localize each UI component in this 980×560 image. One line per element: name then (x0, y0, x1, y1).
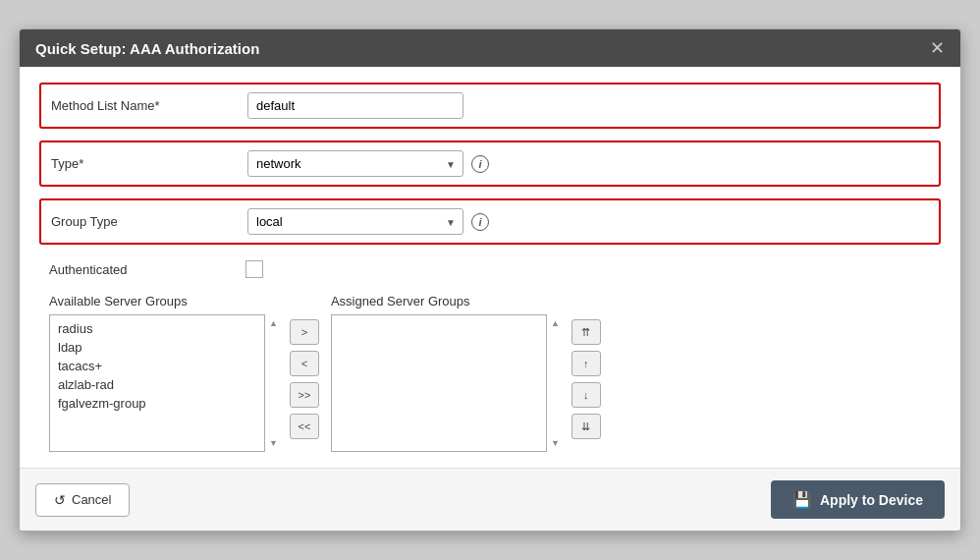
available-server-list[interactable]: radius ldap tacacs+ alzlab-rad fgalvezm-… (49, 314, 265, 452)
available-label: Available Server Groups (49, 294, 278, 308)
dialog-body: Method List Name* Type* network exec com… (20, 67, 960, 468)
list-item[interactable]: tacacs+ (50, 357, 264, 375)
assigned-server-groups-panel: Assigned Server Groups ▲ ▼ (331, 294, 560, 452)
type-select[interactable]: network exec commands (247, 150, 463, 177)
order-buttons: ⇈ ↑ ↓ ⇊ (572, 319, 601, 439)
assigned-scroll-down[interactable]: ▼ (551, 438, 560, 448)
cancel-button[interactable]: ↺ Cancel (35, 483, 130, 517)
move-down-button[interactable]: ↓ (572, 382, 601, 408)
list-item[interactable]: ldap (50, 338, 264, 357)
available-server-groups-panel: Available Server Groups radius ldap taca… (49, 294, 278, 452)
move-bottom-button[interactable]: ⇊ (572, 414, 601, 439)
authenticated-checkbox[interactable] (245, 260, 263, 278)
type-row: Type* network exec commands ▼ i (39, 140, 941, 187)
type-info-icon: i (471, 155, 489, 173)
group-type-info-icon: i (471, 213, 489, 231)
cancel-label: Cancel (72, 492, 111, 507)
move-all-left-button[interactable]: << (290, 414, 319, 439)
type-select-wrap: network exec commands ▼ (247, 150, 463, 177)
dialog-footer: ↺ Cancel 💾 Apply to Device (20, 468, 960, 531)
list-item[interactable]: alzlab-rad (50, 375, 264, 394)
apply-icon: 💾 (792, 490, 812, 509)
assigned-label: Assigned Server Groups (331, 294, 560, 308)
move-left-button[interactable]: < (290, 351, 319, 376)
move-right-button[interactable]: > (290, 319, 319, 345)
list-item[interactable]: radius (50, 319, 264, 338)
close-button[interactable]: ✕ (930, 39, 945, 57)
move-up-button[interactable]: ↑ (572, 351, 601, 376)
type-label: Type* (51, 156, 247, 171)
available-scroll-hint: ▲ ▼ (269, 314, 278, 452)
authenticated-label: Authenticated (49, 262, 245, 277)
dialog: Quick Setup: AAA Authorization ✕ Method … (19, 28, 961, 532)
authenticated-row: Authenticated (39, 256, 941, 282)
method-list-name-input[interactable] (247, 92, 463, 119)
method-list-name-label: Method List Name* (51, 98, 247, 113)
group-type-select[interactable]: local radius tacacs+ ldap (247, 208, 463, 235)
move-top-button[interactable]: ⇈ (572, 319, 601, 345)
apply-label: Apply to Device (820, 492, 923, 508)
transfer-buttons: > < >> << (290, 319, 319, 439)
group-type-select-wrap: local radius tacacs+ ldap ▼ (247, 208, 463, 235)
cancel-icon: ↺ (54, 492, 66, 508)
group-type-label: Group Type (51, 214, 247, 229)
available-scroll-up[interactable]: ▲ (269, 318, 278, 328)
method-list-name-row: Method List Name* (39, 83, 941, 129)
apply-to-device-button[interactable]: 💾 Apply to Device (771, 480, 945, 519)
assigned-scroll-hint: ▲ ▼ (551, 314, 560, 452)
available-scroll-down[interactable]: ▼ (269, 438, 278, 448)
move-all-right-button[interactable]: >> (290, 382, 319, 408)
assigned-server-list[interactable] (331, 314, 547, 452)
group-type-row: Group Type local radius tacacs+ ldap ▼ i (39, 198, 941, 245)
dialog-title: Quick Setup: AAA Authorization (35, 40, 259, 57)
list-item[interactable]: fgalvezm-group (50, 394, 264, 413)
server-groups-section: Available Server Groups radius ldap taca… (39, 294, 941, 452)
dialog-header: Quick Setup: AAA Authorization ✕ (20, 29, 960, 67)
assigned-scroll-up[interactable]: ▲ (551, 318, 560, 328)
